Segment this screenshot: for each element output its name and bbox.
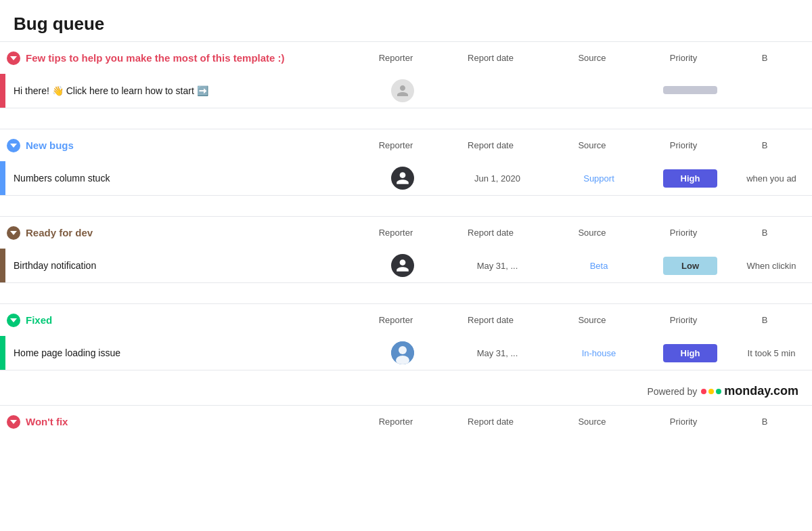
date-cell: May 31, ... (447, 255, 548, 276)
col-header-bug-rfd: B (724, 222, 805, 243)
row-name[interactable]: Birthday notification (5, 253, 359, 278)
section-wont-fix-title: Won't fix (26, 416, 68, 427)
col-header-date-wf: Report date (440, 411, 541, 432)
dot-red (701, 389, 706, 394)
col-header-reporter-wf: Reporter (352, 411, 440, 432)
source-cell: Support (548, 167, 650, 190)
reporter-cell (359, 74, 447, 108)
priority-cell: High (650, 164, 731, 193)
source-cell: In-house (548, 341, 650, 365)
priority-badge: High (663, 344, 717, 362)
col-header-bug-newbugs: B (724, 135, 805, 156)
col-header-reporter-rfd: Reporter (352, 222, 440, 243)
section-fixed: Fixed Reporter Report date Source Priori… (0, 303, 812, 370)
priority-cell: High (650, 339, 731, 368)
col-header-bug-wf: B (724, 411, 805, 432)
bug-text-cell: when you ad (731, 173, 812, 184)
date-cell (447, 85, 548, 96)
priority-cell: Low (650, 251, 731, 280)
table-row: Hi there! 👋 Click here to learn how to s… (0, 74, 812, 108)
col-header-reporter-newbugs: Reporter (352, 135, 440, 156)
section-ready-for-dev-header: Ready for dev Reporter Report date Sourc… (0, 216, 812, 249)
dot-green (716, 389, 721, 394)
row-color-bar (0, 74, 5, 108)
col-header-priority-wf: Priority (643, 411, 724, 432)
date-cell: Jun 1, 2020 (447, 168, 548, 189)
reporter-cell (359, 249, 447, 282)
source-badge[interactable]: In-house (582, 347, 616, 360)
col-header-source-newbugs: Source (541, 135, 643, 156)
section-tips-header: Few tips to help you make the most of th… (0, 41, 812, 74)
bug-text-cell: When clickin (731, 261, 812, 271)
col-header-date-tips: Report date (440, 47, 541, 68)
col-header-priority-rfd: Priority (643, 222, 724, 243)
section-tips-toggle[interactable] (7, 51, 20, 65)
section-ready-for-dev-toggle[interactable] (7, 226, 20, 240)
avatar (391, 167, 414, 190)
table-row: Numbers column stuck Jun 1, 2020 Support… (0, 161, 812, 196)
col-header-source-rfd: Source (541, 222, 643, 243)
table-row: Home page loading issue May 31, ... In-h… (0, 336, 812, 370)
date-cell: May 31, ... (447, 343, 548, 364)
svg-point-1 (399, 346, 407, 354)
powered-by: Powered by monday.com (0, 377, 812, 405)
row-name[interactable]: Numbers column stuck (5, 166, 359, 190)
reporter-cell (359, 336, 447, 370)
section-new-bugs-title: New bugs (26, 140, 74, 151)
section-fixed-title: Fixed (26, 314, 52, 326)
col-header-source-wf: Source (541, 411, 643, 432)
section-wont-fix-header: Won't fix Reporter Report date Source Pr… (0, 405, 812, 438)
col-header-priority-tips: Priority (643, 47, 724, 68)
col-header-source-fixed: Source (541, 310, 643, 331)
col-header-bug-tips: B (724, 47, 805, 68)
section-fixed-header: Fixed Reporter Report date Source Priori… (0, 303, 812, 336)
priority-badge (663, 86, 717, 94)
section-new-bugs: New bugs Reporter Report date Source Pri… (0, 129, 812, 196)
source-badge[interactable]: Support (583, 172, 614, 185)
section-tips: Few tips to help you make the most of th… (0, 41, 812, 108)
row-color-bar (0, 336, 5, 370)
row-color-bar (0, 249, 5, 282)
col-header-reporter-tips: Reporter (352, 47, 440, 68)
col-header-date-fixed: Report date (440, 310, 541, 331)
section-ready-for-dev: Ready for dev Reporter Report date Sourc… (0, 216, 812, 283)
page-container: Bug queue Few tips to help you make the … (0, 0, 812, 531)
monday-dots (701, 389, 721, 394)
section-wont-fix: Won't fix Reporter Report date Source Pr… (0, 405, 812, 438)
reporter-cell (359, 161, 447, 195)
section-ready-for-dev-title: Ready for dev (26, 227, 93, 238)
monday-wordmark: monday.com (724, 384, 798, 398)
row-name[interactable]: Home page loading issue (5, 341, 359, 365)
row-name[interactable]: Hi there! 👋 Click here to learn how to s… (5, 79, 359, 103)
col-header-bug-fixed: B (724, 310, 805, 331)
priority-badge: Low (663, 257, 717, 275)
col-header-reporter-fixed: Reporter (352, 310, 440, 331)
col-header-priority-newbugs: Priority (643, 135, 724, 156)
section-new-bugs-header: New bugs Reporter Report date Source Pri… (0, 129, 812, 161)
section-wont-fix-toggle[interactable] (7, 415, 20, 429)
avatar (391, 254, 414, 277)
avatar-photo (391, 341, 414, 364)
page-title: Bug queue (0, 0, 812, 41)
col-header-date-newbugs: Report date (440, 135, 541, 156)
section-fixed-toggle[interactable] (7, 314, 20, 327)
powered-by-text: Powered by (647, 386, 697, 397)
source-badge[interactable]: Beta (590, 259, 608, 272)
section-new-bugs-toggle[interactable] (7, 139, 20, 152)
table-row: Birthday notification May 31, ... Beta L… (0, 249, 812, 283)
col-header-priority-fixed: Priority (643, 310, 724, 331)
dot-yellow (708, 389, 714, 394)
col-header-date-rfd: Report date (440, 222, 541, 243)
priority-cell (650, 81, 731, 102)
bug-text-cell: It took 5 min (731, 348, 812, 358)
section-tips-title: Few tips to help you make the most of th… (26, 52, 285, 64)
avatar-placeholder (391, 79, 414, 102)
source-cell (548, 85, 650, 96)
source-cell: Beta (548, 254, 650, 278)
priority-badge: High (663, 169, 717, 188)
col-header-source-tips: Source (541, 47, 643, 68)
row-color-bar (0, 161, 5, 195)
monday-logo: monday.com (701, 384, 798, 398)
